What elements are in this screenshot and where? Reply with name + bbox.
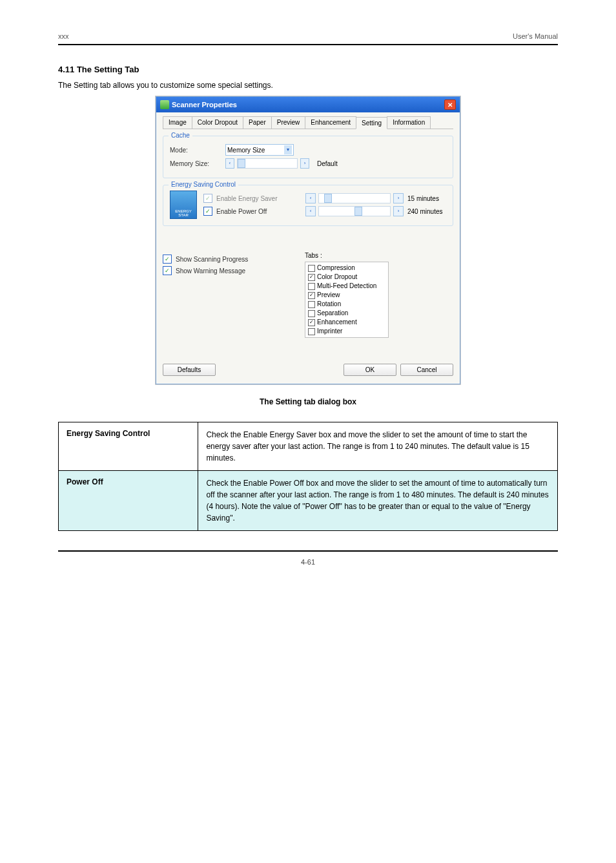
saver-scroll-right[interactable]: › bbox=[393, 193, 404, 203]
close-button[interactable]: ✕ bbox=[444, 99, 456, 110]
poweroff-thumb[interactable] bbox=[354, 207, 362, 216]
header-right: User's Manual bbox=[513, 32, 558, 40]
show-warning-label: Show Warning Message bbox=[176, 267, 245, 275]
window-title: Scanner Properties bbox=[172, 101, 237, 109]
header-left: xxx bbox=[58, 32, 69, 40]
header-rule bbox=[58, 44, 558, 45]
table-row-title: Power Off bbox=[59, 471, 198, 531]
tab-color-dropout[interactable]: Color Dropout bbox=[192, 116, 243, 129]
saver-value: 15 minutes bbox=[407, 195, 446, 202]
section-title: 4.11 The Setting Tab bbox=[58, 65, 558, 74]
enable-energy-saver-checkbox[interactable]: ✓ bbox=[203, 194, 212, 203]
table-row: Power Off Check the Enable Power Off box… bbox=[59, 471, 558, 531]
tabs-item-imprinter[interactable]: Imprinter bbox=[308, 327, 385, 336]
tabstrip: Image Color Dropout Paper Preview Enhanc… bbox=[163, 116, 453, 129]
memsize-track[interactable] bbox=[237, 158, 298, 169]
tab-image[interactable]: Image bbox=[163, 116, 192, 129]
mode-select[interactable]: Memory Size ▾ bbox=[225, 144, 294, 156]
memsize-scroll-left[interactable]: ‹ bbox=[225, 158, 234, 169]
show-warning-checkbox[interactable]: ✓ bbox=[163, 266, 172, 275]
page-number: 4-61 bbox=[58, 558, 558, 566]
cache-group: Cache Mode: Memory Size ▾ Memory Size: ‹ bbox=[163, 136, 453, 178]
energy-star-logo: ENERGY STAR bbox=[170, 191, 197, 219]
settings-description-table: Energy Saving Control Check the Enable E… bbox=[58, 422, 558, 531]
saver-thumb[interactable] bbox=[324, 194, 332, 203]
energy-group: Energy Saving Control ENERGY STAR ✓ Enab… bbox=[163, 185, 453, 226]
checkbox-icon: ✓ bbox=[308, 274, 315, 281]
tabs-item-separation[interactable]: Separation bbox=[308, 309, 385, 318]
poweroff-scroll-left[interactable]: ‹ bbox=[305, 206, 316, 216]
tab-enhancement[interactable]: Enhancement bbox=[305, 116, 356, 129]
checkbox-icon: ✓ bbox=[308, 292, 315, 299]
table-row-desc: Check the Enable Energy Saver box and mo… bbox=[198, 422, 558, 471]
checkbox-icon bbox=[308, 310, 315, 317]
checkbox-icon bbox=[308, 283, 315, 290]
enable-power-off-label: Enable Power Off bbox=[216, 208, 267, 215]
titlebar: Scanner Properties ✕ bbox=[156, 97, 460, 112]
memsize-thumb[interactable] bbox=[238, 159, 245, 168]
tabs-list-title: Tabs : bbox=[305, 252, 453, 259]
enable-energy-saver-label: Enable Energy Saver bbox=[216, 195, 278, 202]
tabs-item-preview[interactable]: ✓Preview bbox=[308, 291, 385, 300]
checkbox-icon bbox=[308, 301, 315, 308]
table-row: Energy Saving Control Check the Enable E… bbox=[59, 422, 558, 471]
cache-legend: Cache bbox=[169, 132, 192, 139]
defaults-button[interactable]: Defaults bbox=[163, 364, 216, 376]
mode-select-value: Memory Size bbox=[227, 147, 265, 154]
tabs-item-enhancement[interactable]: ✓Enhancement bbox=[308, 318, 385, 327]
footer-rule bbox=[58, 550, 558, 554]
tab-setting[interactable]: Setting bbox=[356, 117, 387, 129]
poweroff-scroll-right[interactable]: › bbox=[393, 206, 404, 216]
saver-track[interactable] bbox=[318, 193, 391, 203]
tab-paper[interactable]: Paper bbox=[243, 116, 272, 129]
ok-button[interactable]: OK bbox=[344, 364, 396, 376]
memsize-scroll-right[interactable]: › bbox=[300, 158, 309, 169]
tabs-item-color-dropout[interactable]: ✓Color Dropout bbox=[308, 273, 385, 282]
memsize-label: Memory Size: bbox=[170, 160, 221, 167]
tabs-item-compression[interactable]: Compression bbox=[308, 264, 385, 273]
tabs-item-multifeed[interactable]: Multi-Feed Detection bbox=[308, 282, 385, 291]
poweroff-track[interactable] bbox=[318, 206, 391, 216]
chevron-down-icon: ▾ bbox=[284, 145, 292, 154]
saver-scroll-left[interactable]: ‹ bbox=[305, 193, 316, 203]
tabs-item-rotation[interactable]: Rotation bbox=[308, 300, 385, 309]
show-progress-checkbox[interactable]: ✓ bbox=[163, 255, 172, 264]
checkbox-icon bbox=[308, 265, 315, 272]
table-row-desc: Check the Enable Power Off box and move … bbox=[198, 471, 558, 531]
scanner-properties-window: Scanner Properties ✕ Image Color Dropout… bbox=[156, 96, 460, 384]
memsize-value: Default bbox=[317, 160, 338, 167]
table-row-title: Energy Saving Control bbox=[59, 422, 198, 471]
show-progress-label: Show Scanning Progress bbox=[176, 256, 248, 263]
poweroff-value: 240 minutes bbox=[407, 208, 446, 215]
checkbox-icon: ✓ bbox=[308, 319, 315, 326]
tab-information[interactable]: Information bbox=[387, 116, 431, 129]
enable-power-off-checkbox[interactable]: ✓ bbox=[203, 207, 212, 216]
energy-legend: Energy Saving Control bbox=[169, 181, 238, 188]
tab-preview[interactable]: Preview bbox=[271, 116, 306, 129]
mode-label: Mode: bbox=[170, 147, 221, 154]
section-intro: The Setting tab allows you to customize … bbox=[58, 81, 558, 90]
cancel-button[interactable]: Cancel bbox=[400, 364, 453, 376]
tabs-checklist: Compression ✓Color Dropout Multi-Feed De… bbox=[305, 262, 389, 338]
scanner-icon bbox=[160, 100, 169, 109]
checkbox-icon bbox=[308, 328, 315, 335]
screenshot-caption: The Setting tab dialog box bbox=[58, 397, 558, 406]
